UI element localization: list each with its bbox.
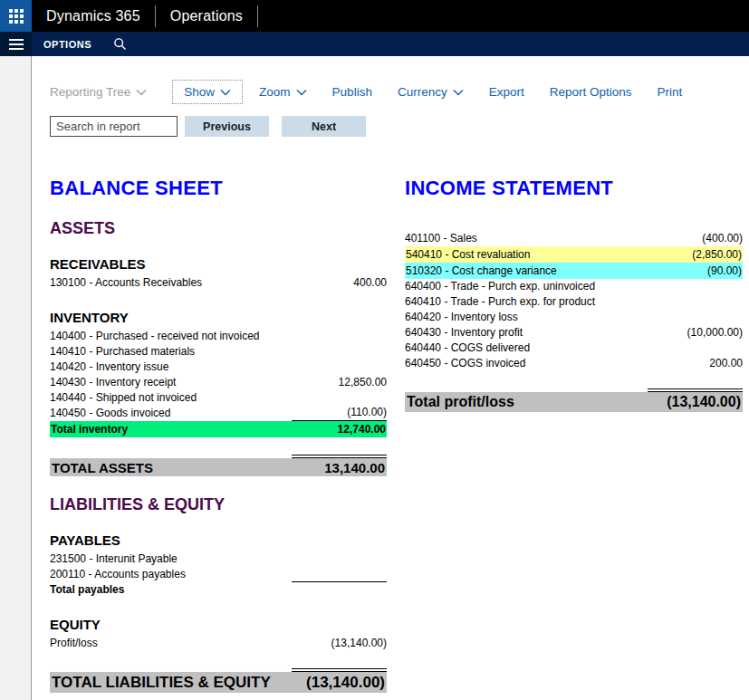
options-menu[interactable]: OPTIONS (43, 39, 91, 50)
waffle-icon (9, 9, 24, 24)
account-row[interactable]: 140400 - Purchased - received not invoic… (50, 329, 387, 344)
toolbar-publish[interactable]: Publish (332, 81, 372, 103)
total-label: Total payables (50, 582, 124, 598)
toolbar-zoom[interactable]: Zoom (259, 81, 307, 103)
income-statement-column: INCOME STATEMENT401100 - Sales(400.00)54… (405, 177, 743, 412)
account-row[interactable]: 640430 - Inventory profit(10,000.00) (405, 325, 743, 340)
account-row[interactable]: 130100 - Accounts Receivables400.00 (50, 275, 387, 291)
grand-total-row[interactable]: TOTAL ASSETS13,140.00 (50, 458, 387, 476)
account-row[interactable]: 200110 - Accounts payables (50, 567, 387, 582)
account-label: 640450 - COGS invoiced (405, 356, 525, 371)
total-value: 12,740.00 (291, 422, 386, 437)
toolbar-item-label: Publish (332, 85, 372, 99)
grand-total-value: 13,140.00 (324, 460, 385, 475)
next-button[interactable]: Next (282, 116, 366, 137)
toolbar-item-label: Currency (398, 85, 447, 99)
grand-total-row[interactable]: TOTAL LIABILITIES & EQUITY(13,140.00) (50, 672, 387, 693)
account-label: 640430 - Inventory profit (405, 325, 523, 340)
chevron-down-icon (220, 89, 231, 96)
account-row[interactable]: 640400 - Trade - Purch exp. uninvoiced (405, 279, 743, 294)
total-row[interactable]: Total payables (50, 582, 387, 598)
chevron-down-icon (453, 89, 464, 96)
subsection-heading: PAYABLES (50, 532, 387, 549)
toolbar-item-label: Show (184, 85, 215, 99)
account-label: 140420 - Inventory issue (50, 360, 168, 375)
account-label: 640440 - COGS delivered (405, 340, 530, 356)
toolbar-currency[interactable]: Currency (398, 81, 464, 103)
account-value: (13,140.00) (292, 636, 387, 651)
toolbar-item-label: Report Options (550, 85, 632, 99)
account-value: 400.00 (292, 275, 387, 291)
section-heading: LIABILITIES & EQUITY (50, 495, 387, 513)
account-label: 540410 - Cost revaluation (406, 247, 530, 263)
total-label: Total inventory (51, 422, 128, 437)
nav-bar: OPTIONS (0, 32, 749, 56)
toolbar-show[interactable]: Show (172, 80, 243, 104)
account-row[interactable]: 640440 - COGS delivered (405, 340, 743, 356)
search-icon[interactable] (113, 37, 127, 51)
account-row[interactable]: 540410 - Cost revaluation(2,850.00) (405, 246, 743, 263)
section-heading: ASSETS (50, 219, 387, 237)
grand-total-value: (13,140.00) (667, 394, 741, 410)
search-row: Previous Next (50, 116, 366, 137)
toolbar-export[interactable]: Export (489, 81, 524, 103)
account-value: (90.00) (647, 264, 742, 279)
account-row[interactable]: 231500 - Interunit Payable (50, 551, 387, 567)
account-row[interactable]: 640450 - COGS invoiced200.00 (405, 356, 743, 371)
app-launcher-button[interactable] (0, 0, 32, 32)
grand-total-value: (13,140.00) (306, 674, 385, 692)
account-value: 200.00 (648, 356, 743, 371)
account-row[interactable]: 510320 - Cost change variance(90.00) (405, 263, 743, 279)
toolbar-report-options[interactable]: Report Options (550, 81, 632, 103)
subsection-heading: EQUITY (50, 617, 387, 633)
subsection-heading: RECEIVABLES (50, 256, 387, 273)
account-label: 140430 - Inventory receipt (50, 375, 176, 390)
account-row[interactable]: 140410 - Purchased materials (50, 344, 387, 360)
search-input[interactable] (50, 116, 178, 137)
account-label: 130100 - Accounts Receivables (50, 275, 202, 291)
account-value (292, 581, 387, 582)
total-row[interactable]: Total inventory12,740.00 (50, 421, 387, 437)
account-value: (400.00) (648, 231, 743, 246)
grand-total-label: TOTAL LIABILITIES & EQUITY (52, 674, 271, 692)
account-label: 231500 - Interunit Payable (50, 551, 178, 567)
account-label: 401100 - Sales (405, 231, 477, 246)
account-value: (110.00) (292, 405, 387, 421)
account-label: 640400 - Trade - Purch exp. uninvoiced (405, 279, 595, 294)
app-window: Dynamics 365 Operations OPTIONS Reportin… (0, 0, 749, 700)
account-row[interactable]: 401100 - Sales(400.00) (405, 231, 743, 246)
account-row[interactable]: 140440 - Shipped not invoiced (50, 390, 387, 406)
grand-total-row[interactable]: Total profit/loss(13,140.00) (405, 392, 743, 412)
toolbar-item-label: Zoom (259, 85, 291, 99)
balance-sheet-column: BALANCE SHEETASSETSRECEIVABLES130100 - A… (50, 177, 387, 693)
chevron-down-icon (136, 89, 147, 96)
toolbar-item-label: Reporting Tree (50, 85, 130, 99)
product-name[interactable]: Dynamics 365 (32, 8, 155, 24)
chevron-down-icon (296, 89, 307, 96)
report-title: BALANCE SHEET (50, 177, 387, 200)
toolbar-print[interactable]: Print (657, 81, 682, 103)
account-row[interactable]: 640420 - Inventory loss (405, 310, 743, 325)
blank-line (405, 371, 743, 387)
account-value: (2,850.00) (647, 247, 742, 263)
collapsed-nav-strip (0, 56, 32, 700)
report-viewer: Reporting TreeShowZoomPublishCurrencyExp… (33, 56, 749, 700)
account-label: Profit/loss (50, 636, 98, 651)
account-value: (10,000.00) (648, 325, 743, 340)
grand-total-label: Total profit/loss (407, 394, 514, 410)
account-row[interactable]: 140420 - Inventory issue (50, 360, 387, 375)
previous-button[interactable]: Previous (185, 116, 269, 137)
blank-line (50, 651, 387, 666)
account-row[interactable]: 640410 - Trade - Purch exp. for product (405, 294, 743, 310)
hamburger-menu-button[interactable] (0, 32, 32, 56)
account-label: 140440 - Shipped not invoiced (50, 390, 197, 406)
top-bar: Dynamics 365 Operations (0, 0, 749, 32)
account-value: 12,850.00 (292, 375, 387, 390)
account-row[interactable]: Profit/loss(13,140.00) (50, 636, 387, 651)
account-row[interactable]: 140430 - Inventory receipt12,850.00 (50, 375, 387, 390)
area-name[interactable]: Operations (156, 8, 257, 24)
toolbar-item-label: Export (489, 85, 524, 99)
account-label: 140400 - Purchased - received not invoic… (50, 329, 259, 344)
account-row[interactable]: 140450 - Goods invoiced(110.00) (50, 406, 387, 421)
blank-line (405, 216, 743, 231)
